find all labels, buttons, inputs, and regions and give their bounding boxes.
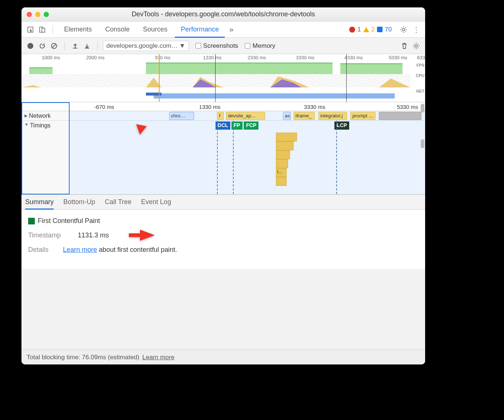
screenshots-checkbox[interactable]: Screenshots <box>196 42 238 50</box>
overview-ruler: 1000 ms 2000 ms 330 ms 1330 ms 2330 ms 3… <box>21 54 425 61</box>
close-icon[interactable] <box>27 12 32 17</box>
window-title: DevTools - developers.google.com/web/too… <box>21 10 425 18</box>
tbt-text: Total blocking time: 76.09ms (estimated) <box>27 354 139 361</box>
ruler-tick: 5330 ms <box>397 104 418 110</box>
track-body: chro… f devsite_ap… as iframe_ integrato… <box>70 111 425 120</box>
track-header-network[interactable]: ▶Network <box>21 111 70 120</box>
overview-selection-left[interactable] <box>215 54 216 102</box>
overview-selection-right[interactable] <box>346 54 347 102</box>
net-item[interactable]: f <box>217 112 223 120</box>
track-timings[interactable]: ▼Timings DCL FP FCP LCP l… <box>21 121 425 194</box>
long-task-bar[interactable] <box>276 133 297 141</box>
recording-select[interactable]: developers.google.com… ▼ <box>103 41 189 51</box>
checkbox-icon <box>245 43 250 49</box>
detail-tabbar: Summary Bottom-Up Call Tree Event Log <box>21 195 425 210</box>
screenshots-label: Screenshots <box>203 42 238 50</box>
ruler-tick: 4330 ms <box>344 55 363 60</box>
status-counters[interactable]: 1 2 70 ⋮ <box>349 24 421 35</box>
summary-panel: First Contentful Paint Timestamp 1131.3 … <box>21 210 425 350</box>
dtab-bottom-up[interactable]: Bottom-Up <box>63 195 95 210</box>
metric-swatch <box>28 218 35 224</box>
dtab-event-log[interactable]: Event Log <box>141 195 171 210</box>
devtools-window: DevTools - developers.google.com/web/too… <box>21 7 425 364</box>
svg-point-6 <box>415 45 417 47</box>
overview-lane-labels: FPS CPU NET <box>416 63 424 99</box>
track-label: Timings <box>30 122 50 129</box>
net-item[interactable]: chro… <box>169 112 194 120</box>
metric-title: First Contentful Paint <box>38 217 100 224</box>
tab-elements[interactable]: Elements <box>58 21 98 38</box>
overview-fps <box>21 61 410 74</box>
timing-guide <box>233 121 234 194</box>
net-item[interactable] <box>379 112 421 120</box>
ruler-tick: 1000 ms <box>42 55 60 60</box>
settings-icon[interactable] <box>398 24 409 35</box>
tab-console[interactable]: Console <box>99 21 136 38</box>
details-label: Details <box>28 246 54 254</box>
tbt-learn-more-link[interactable]: Learn more <box>142 354 174 361</box>
tracks-pane[interactable]: -670 ms 1330 ms 3330 ms 5330 ms ▶Network… <box>21 102 425 195</box>
perf-toolbar: developers.google.com… ▼ Screenshots Mem… <box>21 38 425 54</box>
trash-icon[interactable] <box>399 41 410 51</box>
device-toggle-icon[interactable] <box>37 24 47 35</box>
ruler-tick: 1330 ms <box>203 55 222 60</box>
window-controls <box>21 12 49 17</box>
chevron-down-icon: ▼ <box>179 42 186 50</box>
tabs-overflow-icon[interactable]: » <box>226 21 236 38</box>
details-tail: about first contentful paint. <box>97 246 177 253</box>
capture-settings-icon[interactable] <box>411 41 421 51</box>
tab-performance[interactable]: Performance <box>175 21 225 38</box>
error-icon <box>349 27 355 33</box>
overview-marker <box>159 54 160 102</box>
ruler-tick: 2330 ms <box>247 55 266 60</box>
minimize-icon[interactable] <box>35 12 40 17</box>
long-task-bar[interactable] <box>276 141 294 150</box>
track-body: DCL FP FCP LCP l… <box>70 121 425 194</box>
tab-sources[interactable]: Sources <box>137 21 173 38</box>
long-task-bar[interactable]: l… <box>276 168 287 177</box>
dtab-summary[interactable]: Summary <box>25 195 54 210</box>
memory-checkbox[interactable]: Memory <box>245 42 275 50</box>
ruler-tick: -670 ms <box>94 104 114 110</box>
learn-more-link[interactable]: Learn more <box>63 246 97 253</box>
ruler-tick: 3330 ms <box>304 104 326 110</box>
long-task-bar[interactable] <box>276 177 287 186</box>
footer: Total blocking time: 76.09ms (estimated)… <box>21 350 425 364</box>
ruler-tick: 2000 ms <box>86 55 104 60</box>
annotation-arrow-icon <box>125 121 147 139</box>
long-task-bar[interactable] <box>276 159 288 168</box>
long-task-bar[interactable] <box>276 150 290 159</box>
kebab-menu-icon[interactable]: ⋮ <box>411 24 421 35</box>
upload-icon[interactable] <box>70 41 80 51</box>
track-header-timings[interactable]: ▼Timings <box>21 121 70 194</box>
ruler-tick: 5330 ms <box>389 55 407 60</box>
timestamp-label: Timestamp <box>28 231 69 239</box>
overview-pane[interactable]: 1000 ms 2000 ms 330 ms 1330 ms 2330 ms 3… <box>21 54 425 102</box>
warning-count: 2 <box>371 26 375 33</box>
overview-net <box>21 93 410 100</box>
reload-icon[interactable] <box>37 41 47 51</box>
net-item[interactable]: devsite_ap… <box>226 112 265 120</box>
clear-icon[interactable] <box>49 41 59 51</box>
net-item[interactable]: integrator.j <box>318 112 347 120</box>
zoom-icon[interactable] <box>44 12 49 17</box>
dtab-call-tree[interactable]: Call Tree <box>105 195 131 210</box>
tracks-ruler: -670 ms 1330 ms 3330 ms 5330 ms <box>21 102 425 111</box>
track-label: Network <box>29 113 51 119</box>
scrollbar-thumb[interactable] <box>421 139 424 148</box>
summary-empty-area <box>21 269 425 350</box>
record-icon[interactable] <box>25 41 36 51</box>
titlebar: DevTools - developers.google.com/web/too… <box>21 7 425 21</box>
lane-label-fps: FPS <box>416 63 424 73</box>
timestamp-value: 1131.3 ms <box>78 231 109 239</box>
net-item[interactable]: prompt … <box>350 112 375 120</box>
timing-fcp[interactable]: FCP <box>244 121 258 130</box>
track-network[interactable]: ▶Network chro… f devsite_ap… as iframe_ … <box>21 111 425 121</box>
inspect-icon[interactable] <box>25 24 36 35</box>
scrollbar-thumb[interactable] <box>421 104 424 113</box>
net-item[interactable]: as <box>283 112 291 120</box>
annotation-arrow-icon <box>129 227 151 245</box>
lane-label-cpu: CPU <box>416 73 424 84</box>
net-item[interactable]: iframe_ <box>294 112 315 120</box>
download-icon[interactable] <box>82 41 92 51</box>
